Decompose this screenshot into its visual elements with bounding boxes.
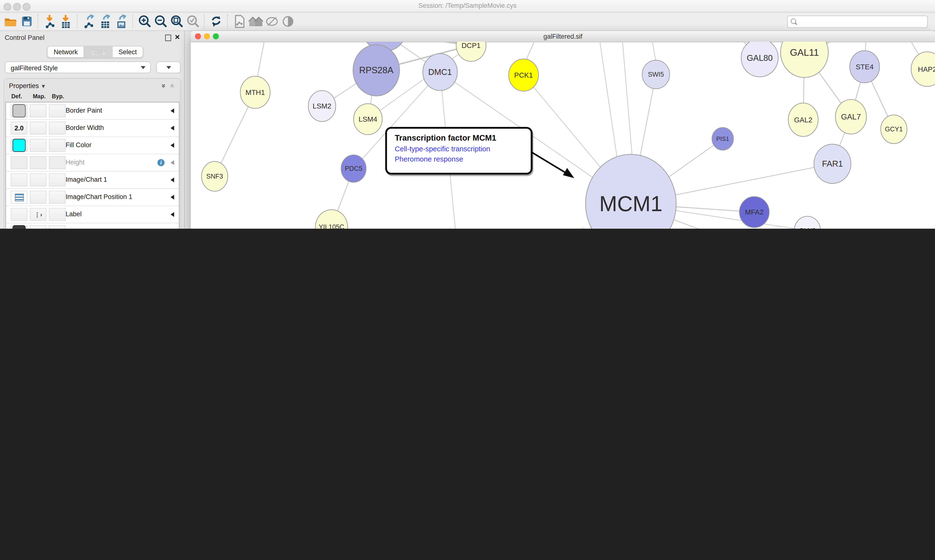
def-cell[interactable] <box>11 208 28 221</box>
float-panel-icon[interactable] <box>165 35 171 41</box>
main-toolbar <box>0 12 935 31</box>
zoom-selected-icon[interactable] <box>185 14 201 29</box>
collapse-all-icon[interactable]: « <box>168 84 177 88</box>
save-session-icon[interactable] <box>19 14 35 29</box>
export-network-icon[interactable] <box>81 14 97 29</box>
color-swatch <box>12 105 26 117</box>
import-network-icon[interactable] <box>42 14 58 29</box>
expand-row-icon[interactable] <box>170 212 174 217</box>
def-cell[interactable] <box>11 105 28 117</box>
annotation-link[interactable]: Cell-type-specific transcription <box>395 145 531 153</box>
property-row-border-width[interactable]: 2.0Border Width <box>6 120 179 137</box>
expand-row-icon[interactable] <box>170 109 174 113</box>
annotation-box[interactable]: Transcription factor MCM1 Cell-type-spec… <box>385 127 532 175</box>
network-window: galFiltered.sif RPS28BDCP1RPS28ADMC1PCK1… <box>191 31 935 229</box>
open-session-icon[interactable] <box>2 14 19 29</box>
property-row-image-chart-position-1[interactable]: Image/Chart Position 1 <box>6 189 179 206</box>
map-cell[interactable] <box>30 191 46 204</box>
toolbar-separator <box>37 14 39 29</box>
node-label-hap2: HAP2 <box>918 65 935 73</box>
node-label-yil105c: YIL105C <box>319 223 344 229</box>
property-row-height[interactable]: Heighti <box>6 154 179 171</box>
expand-row-icon[interactable] <box>170 195 174 200</box>
map-cell[interactable]: ⋮› <box>30 208 46 221</box>
byp-cell[interactable] <box>49 105 66 117</box>
import-table-icon[interactable] <box>58 14 74 29</box>
expand-row-icon[interactable] <box>170 143 174 148</box>
byp-cell[interactable] <box>49 191 66 204</box>
chevron-down-icon <box>166 66 171 69</box>
network-edge <box>600 42 617 158</box>
style-options-button[interactable] <box>156 61 181 73</box>
byp-cell[interactable] <box>49 139 66 152</box>
chevron-down-icon[interactable]: ▼ <box>41 83 46 89</box>
info-icon[interactable]: i <box>157 159 165 166</box>
network-window-title: galFiltered.sif <box>191 32 935 39</box>
properties-panel: Properties ▼ « « Def.Map.Byp. Border Pai… <box>4 78 181 229</box>
zoom-out-icon[interactable] <box>153 14 169 29</box>
tab-select[interactable]: Select <box>112 46 143 58</box>
control-panel-tabs: NetworkStyleSelect <box>47 46 143 58</box>
expand-all-icon[interactable]: « <box>159 84 167 88</box>
search-input[interactable] <box>787 15 928 28</box>
color-swatch <box>12 139 26 152</box>
tab-network[interactable]: Network <box>47 46 84 58</box>
map-cell[interactable] <box>30 139 46 152</box>
expand-row-icon[interactable] <box>170 178 174 182</box>
byp-cell[interactable] <box>49 208 66 221</box>
properties-column-Map: Map. <box>33 93 46 102</box>
property-row-label-color[interactable]: Label Color <box>6 223 179 229</box>
node-label-snf3: SNF3 <box>206 173 223 180</box>
map-cell[interactable] <box>30 105 46 117</box>
property-row-image-chart-1[interactable]: Image/Chart 1 <box>6 171 179 189</box>
cytoscape-app: Session: /Temp/SampleMovie.cys Control P… <box>0 0 935 229</box>
property-label: Fill Color <box>65 141 91 148</box>
node-label-cln3: CLN3 <box>799 227 816 229</box>
def-cell[interactable] <box>11 174 28 186</box>
network-file-icon[interactable] <box>231 14 247 29</box>
close-panel-icon[interactable]: ✕ <box>174 33 180 41</box>
network-canvas[interactable]: RPS28BDCP1RPS28ADMC1PCK1SWI5GAL80GAL11ST… <box>191 42 935 229</box>
map-cell[interactable] <box>30 225 46 229</box>
def-cell[interactable]: 2.0 <box>11 122 28 135</box>
def-cell[interactable] <box>11 225 28 229</box>
mapping-icon: ⋮› <box>34 211 42 218</box>
byp-cell[interactable] <box>49 225 66 229</box>
zoom-in-icon[interactable] <box>137 14 153 29</box>
export-table-icon[interactable] <box>97 14 113 29</box>
def-cell[interactable] <box>11 139 28 152</box>
properties-column-Byp: Byp. <box>52 93 64 102</box>
export-image-icon[interactable] <box>113 14 129 29</box>
map-cell[interactable] <box>30 174 46 186</box>
property-label: Border Paint <box>65 106 102 114</box>
toolbar-separator <box>133 14 134 29</box>
node-label-ste4: STE4 <box>856 63 873 71</box>
style-selector[interactable]: galFiltered Style <box>5 61 151 73</box>
expand-row-icon[interactable] <box>170 160 174 165</box>
zoom-fit-icon[interactable] <box>169 14 185 29</box>
property-row-border-paint[interactable]: Border Paint <box>6 102 179 120</box>
byp-cell[interactable] <box>49 122 66 135</box>
map-cell[interactable] <box>30 122 46 135</box>
network-edge <box>652 42 656 62</box>
def-cell[interactable] <box>11 156 28 169</box>
node-label-pck1: PCK1 <box>514 71 533 79</box>
position-icon <box>15 194 24 201</box>
node-label-swi5: SWI5 <box>648 71 664 78</box>
expand-row-icon[interactable] <box>170 126 174 131</box>
refresh-layout-icon[interactable] <box>208 14 224 29</box>
show-graphics-icon[interactable] <box>280 14 296 29</box>
properties-list: Border Paint2.0Border WidthFill ColorHei… <box>5 102 179 229</box>
tab-style[interactable]: Style <box>84 46 112 58</box>
map-cell[interactable] <box>30 156 46 169</box>
byp-cell[interactable] <box>49 156 66 169</box>
property-row-label[interactable]: ⋮›Label <box>6 206 179 223</box>
hide-graphics-icon[interactable] <box>264 14 279 29</box>
home-view-icon[interactable] <box>247 14 264 29</box>
properties-header: Properties <box>9 82 39 89</box>
annotation-link[interactable]: Pheromone response <box>395 155 531 163</box>
annotation-arrow <box>530 151 568 174</box>
def-cell[interactable] <box>11 191 28 204</box>
byp-cell[interactable] <box>49 174 66 186</box>
property-row-fill-color[interactable]: Fill Color <box>6 137 179 154</box>
